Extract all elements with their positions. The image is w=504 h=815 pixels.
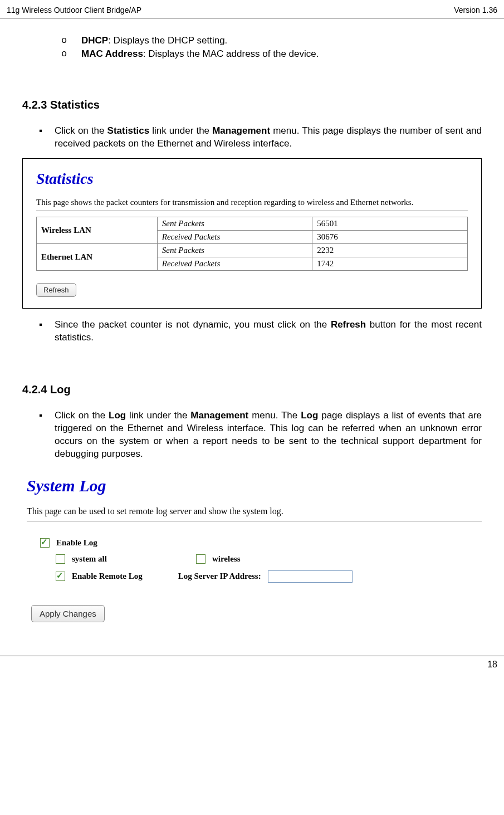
bullet-text: Click on the Log link under the Manageme… — [55, 409, 482, 461]
log-server-input[interactable] — [268, 570, 353, 583]
wireless-label: wireless — [212, 554, 241, 564]
value-cell: 56501 — [312, 217, 468, 230]
header-left: 11g Wireless Outdoor Client Bridge/AP — [7, 6, 141, 14]
list-item: o MAC Address: Displays the MAC address … — [61, 48, 482, 60]
log-title: System Log — [27, 476, 482, 495]
desc: : Displays the MAC address of the device… — [143, 48, 319, 59]
term: DHCP — [81, 35, 108, 46]
enable-log-checkbox[interactable] — [40, 538, 50, 548]
bullet-marker: ▪ — [39, 125, 55, 150]
list-marker: o — [61, 35, 81, 46]
enable-log-label: Enable Log — [56, 538, 97, 548]
bullet-text: Click on the Statistics link under the M… — [55, 125, 482, 150]
apply-changes-button[interactable]: Apply Changes — [31, 605, 105, 622]
statistics-title: Statistics — [36, 170, 468, 188]
list-item: o DHCP: Displays the DHCP setting. — [61, 35, 482, 46]
label-cell: Sent Packets — [157, 243, 312, 257]
log-form: Enable Log system all wireless Enable Re… — [27, 521, 482, 622]
page-content: o DHCP: Displays the DHCP setting. o MAC… — [0, 18, 504, 656]
divider — [36, 211, 468, 211]
desc: : Displays the DHCP setting. — [108, 35, 227, 46]
enable-remote-label: Enable Remote Log — [72, 572, 143, 581]
bullet-item: ▪ Click on the Log link under the Manage… — [39, 409, 482, 461]
log-server-label: Log Server IP Address: — [178, 572, 261, 581]
label-cell: Sent Packets — [157, 217, 312, 230]
value-cell: 2232 — [312, 243, 468, 257]
log-description: This page can be used to set remote log … — [27, 506, 482, 516]
value-cell: 1742 — [312, 257, 468, 270]
log-row-options: system all wireless — [40, 554, 482, 564]
bullet-text: Since the packet counter is not dynamic,… — [55, 319, 482, 344]
label-cell: Received Packets — [157, 230, 312, 243]
interface-cell: Ethernet LAN — [37, 243, 158, 270]
bullet-marker: ▪ — [39, 319, 55, 344]
value-cell: 30676 — [312, 230, 468, 243]
statistics-description: This page shows the packet counters for … — [36, 198, 468, 207]
log-row-enable: Enable Log — [40, 538, 482, 548]
refresh-button[interactable]: Refresh — [36, 283, 76, 297]
page-footer: 18 — [0, 656, 504, 675]
log-row-remote: Enable Remote Log Log Server IP Address: — [40, 570, 482, 583]
list-text: MAC Address: Displays the MAC address of… — [81, 48, 319, 60]
section-heading-log: 4.2.4 Log — [22, 383, 482, 396]
table-row: Wireless LAN Sent Packets 56501 — [37, 217, 468, 230]
bullet-item: ▪ Since the packet counter is not dynami… — [39, 319, 482, 344]
page-header: 11g Wireless Outdoor Client Bridge/AP Ve… — [0, 0, 504, 18]
wireless-checkbox[interactable] — [196, 554, 205, 564]
statistics-panel: Statistics This page shows the packet co… — [22, 158, 482, 309]
system-all-checkbox[interactable] — [56, 554, 65, 564]
system-all-label: system all — [72, 554, 107, 564]
log-panel: System Log This page can be used to set … — [22, 468, 482, 622]
header-right: Version 1.36 — [454, 6, 497, 14]
statistics-table: Wireless LAN Sent Packets 56501 Received… — [36, 217, 468, 271]
page-number: 18 — [487, 660, 497, 669]
enable-remote-checkbox[interactable] — [56, 572, 65, 581]
table-row: Ethernet LAN Sent Packets 2232 — [37, 243, 468, 257]
list-text: DHCP: Displays the DHCP setting. — [81, 35, 227, 46]
list-marker: o — [61, 48, 81, 60]
bullet-marker: ▪ — [39, 409, 55, 461]
label-cell: Received Packets — [157, 257, 312, 270]
interface-cell: Wireless LAN — [37, 217, 158, 243]
bullet-item: ▪ Click on the Statistics link under the… — [39, 125, 482, 150]
section-heading-statistics: 4.2.3 Statistics — [22, 99, 482, 111]
term: MAC Address — [81, 48, 143, 59]
